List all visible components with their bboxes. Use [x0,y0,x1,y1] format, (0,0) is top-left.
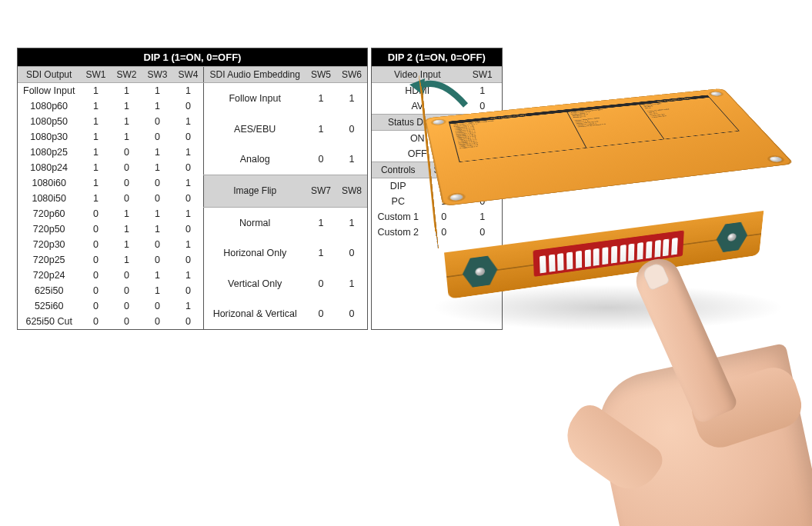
table-row: Follow Input1111 [18,83,203,99]
table-row: Normal11 [204,207,367,238]
table-row: 1080p251011 [18,145,203,160]
device-top-face: DIP 1 (1=ON 0=OFF) SDI Output SW1 SW2 SW… [424,88,794,207]
col-header: SDI Output [18,67,80,83]
dip1-block: DIP 1 (1=ON, 0=OFF) SDI OutputSW1SW2SW3S… [17,48,368,330]
table-row: AES/EBU10 [204,114,367,144]
table-row: 1080i501000 [18,191,203,206]
table-row: 720p500110 [18,221,203,237]
col-header: SDI Audio Embedding [204,67,306,83]
hand-illustration [585,254,785,515]
dip1-right-column: SDI Audio EmbeddingSW5SW6 Follow Input11… [203,66,366,329]
col-header: SW4 [172,67,203,83]
table-row: Follow Input11 [204,83,367,114]
table-row: 1080p241010 [18,160,203,175]
col-header: SW6 [336,67,367,83]
dip1-sdi-output-table: SDI OutputSW1SW2SW3SW4 Follow Input11111… [18,66,203,329]
table-row: 1080i601001 [18,175,203,191]
table-row: 625i500010 [18,283,203,298]
dip2-title: DIP 2 (1=ON, 0=OFF) [372,48,502,66]
col-header: SW3 [142,67,172,83]
table-row: 720p300101 [18,237,203,252]
table-row: Horizonal Only10 [204,238,367,268]
table-row: 720p250100 [18,252,203,268]
table-row: 625i50 Cut0000 [18,314,203,329]
table-row: Horizonal & Vertical00 [204,298,367,329]
dip1-title: DIP 1 (1=ON, 0=OFF) [18,48,367,66]
table-row: 1080p601110 [18,98,203,114]
table-row: 1080p501101 [18,114,203,129]
device-label-plate: DIP 1 (1=ON 0=OFF) SDI Output SW1 SW2 SW… [449,95,740,162]
table-row: 525i600001 [18,298,203,314]
table-row: 720p240011 [18,268,203,283]
col-header: SW5 [306,67,336,83]
table-row: 720p600111 [18,206,203,221]
table-row: 1080p301100 [18,129,203,145]
section-header: Image FlipSW7SW8 [204,175,367,207]
col-header: SW2 [111,67,142,83]
col-header: SW1 [80,67,111,83]
table-row: Analog01 [204,144,367,175]
table-row: Vertical Only01 [204,268,367,298]
